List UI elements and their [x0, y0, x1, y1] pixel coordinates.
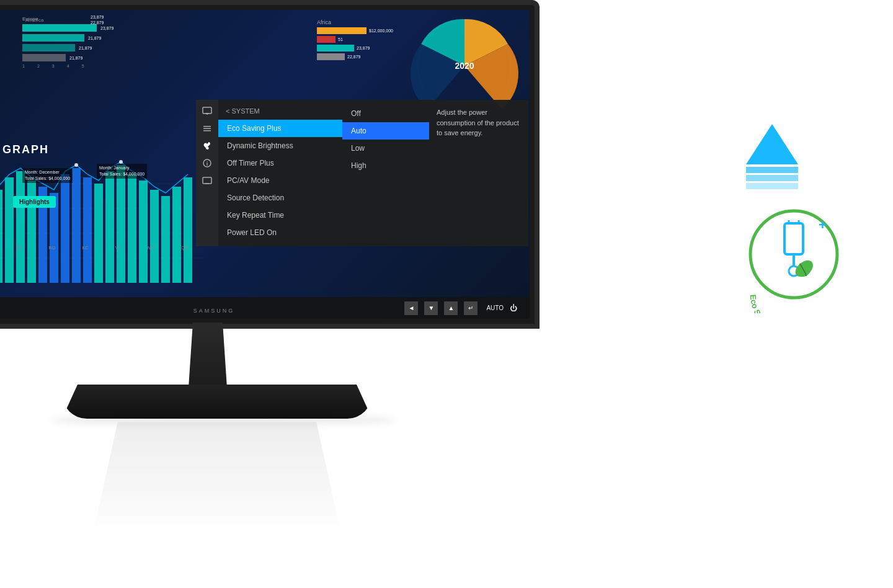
dashboard-background: 2014 America + Europe REVENUE GRAPH [0, 10, 530, 319]
menu-item-eco-saving[interactable]: Eco Saving Plus [218, 120, 342, 137]
svg-text:2020: 2020 [455, 61, 474, 71]
menu-item-key-repeat[interactable]: Key Repeat Time [218, 207, 342, 224]
svg-text:i: i [207, 161, 208, 167]
monitor-bezel: 2014 America + Europe REVENUE GRAPH [0, 0, 540, 329]
sub-item-low[interactable]: Low [342, 140, 429, 157]
menu-icon-settings[interactable] [201, 122, 213, 135]
svg-rect-26 [139, 180, 148, 283]
svg-rect-40 [203, 128, 211, 130]
svg-text:Eco Saving Plus: Eco Saving Plus [749, 294, 790, 313]
bar-row: 23,879 [22, 24, 196, 32]
africa-charts: Africa $12,000,000 51 [317, 19, 393, 60]
svg-rect-13 [0, 190, 2, 283]
chart-numbers: DF FP GH JK RG KC V5 NM QW [0, 246, 202, 250]
x-axis: 1 2 3 4 5 [22, 64, 196, 68]
svg-text:+: + [819, 217, 827, 233]
menu-header: < SYSTEM [218, 105, 342, 120]
menu-item-off-timer[interactable]: Off Timer Plus [218, 154, 342, 172]
bar-row: 21,879 [22, 44, 196, 51]
svg-rect-41 [203, 130, 211, 131]
arrow-bar-1 [746, 167, 798, 173]
stand-floor-reflection [93, 422, 341, 533]
energy-arrow-up [744, 124, 800, 186]
arrow-bars [746, 167, 798, 189]
power-icon[interactable]: ⏻ [510, 304, 517, 313]
svg-rect-23 [105, 171, 114, 283]
right-decoration: + Eco Saving Plus [744, 124, 843, 304]
svg-rect-28 [161, 196, 170, 283]
sub-menu-panel: Off Auto Low High [342, 100, 429, 246]
monitor-stand-base [62, 385, 372, 419]
menu-icon-wrench[interactable] [201, 140, 213, 152]
svg-rect-14 [5, 177, 14, 283]
month-label-2: Month: December Total Sales: $4,000,000 [22, 168, 73, 183]
eco-text-svg: Eco Saving Plus [744, 264, 843, 313]
svg-rect-15 [16, 171, 25, 283]
america-bars: 23,879 22,879 [91, 15, 104, 26]
menu-item-dynamic-brightness[interactable]: Dynamic Brightness [218, 137, 342, 154]
svg-rect-29 [172, 187, 181, 283]
nav-btn-down[interactable]: ▼ [424, 301, 438, 315]
america-label: America [25, 17, 43, 23]
eco-saving-plus-logo: + Eco Saving Plus [744, 205, 843, 304]
menu-item-source-detection[interactable]: Source Detection [218, 189, 342, 207]
revenue-title: REVENUE GRAPH [0, 143, 49, 156]
menu-icons-sidebar: i [196, 100, 218, 246]
menu-icon-tv[interactable] [201, 174, 213, 187]
bar-row: 21,879 [22, 34, 196, 42]
svg-rect-24 [117, 165, 125, 283]
sub-item-off[interactable]: Off [342, 105, 429, 122]
menu-item-power-led[interactable]: Power LED On [218, 224, 342, 241]
africa-label: Africa [317, 19, 393, 25]
menu-icon-info[interactable]: i [201, 157, 213, 169]
month-label-3: Month: January Total Sales: $4,000,000 [97, 164, 147, 179]
samsung-logo: SAMSUNG [193, 308, 235, 314]
svg-rect-47 [784, 223, 803, 254]
nav-btn-enter[interactable]: ↵ [464, 301, 478, 315]
osd-menu: i < SYSTEM Eco Saving Pl [196, 100, 528, 246]
menu-icon-display[interactable] [201, 105, 213, 117]
nav-btn-left[interactable]: ◄ [404, 301, 418, 315]
svg-rect-36 [203, 107, 211, 114]
arrow-bar-2 [746, 175, 798, 181]
svg-rect-21 [83, 177, 92, 283]
bottom-nav-bar: ◄ ▼ ▲ ↵ AUTO ⏻ [0, 297, 530, 319]
svg-rect-39 [203, 126, 211, 127]
svg-rect-25 [128, 174, 136, 283]
svg-rect-22 [94, 184, 103, 283]
monitor-container: 2014 America + Europe REVENUE GRAPH [0, 0, 620, 540]
monitor-screen: 2014 America + Europe REVENUE GRAPH [0, 10, 530, 319]
auto-label: AUTO [486, 305, 504, 311]
arrow-triangle [746, 124, 798, 164]
main-menu-panel: < SYSTEM Eco Saving Plus Dynamic Brightn… [218, 100, 342, 246]
svg-rect-20 [72, 168, 81, 283]
bar-row: 21,879 [22, 54, 196, 61]
top-bar-chart: Europe 23,879 21,879 21,879 [22, 16, 196, 97]
arrow-bar-3 [746, 183, 798, 189]
description-text: Adjust the power consumption of the prod… [437, 109, 519, 136]
description-panel: Adjust the power consumption of the prod… [429, 100, 528, 246]
nav-btn-up[interactable]: ▲ [444, 301, 458, 315]
highlights-badge: Highlights [13, 196, 56, 208]
svg-rect-30 [184, 177, 192, 283]
sub-item-high[interactable]: High [342, 157, 429, 174]
sub-item-auto[interactable]: Auto [342, 122, 429, 140]
europe-label: Europe [22, 16, 196, 22]
svg-rect-27 [150, 190, 159, 283]
svg-point-32 [74, 163, 78, 167]
svg-rect-44 [203, 177, 211, 184]
svg-rect-19 [61, 174, 69, 283]
menu-item-pcav-mode[interactable]: PC/AV Mode [218, 172, 342, 189]
